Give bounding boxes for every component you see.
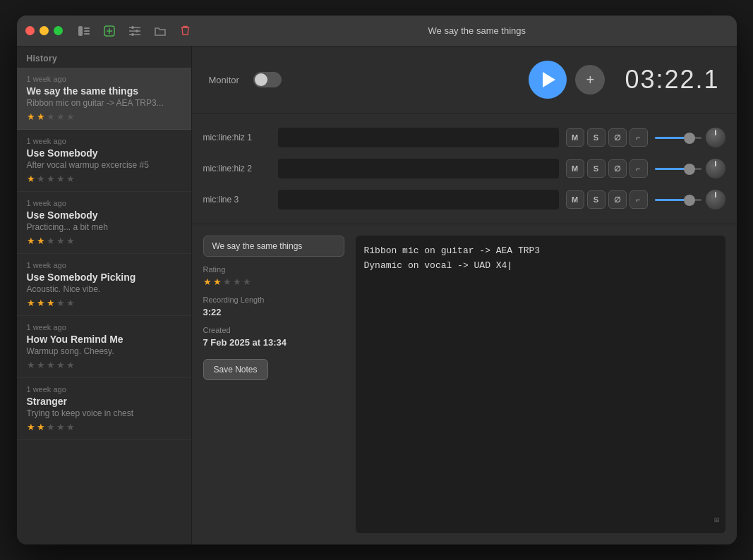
toggle-knob	[255, 73, 267, 86]
sidebar-item[interactable]: 1 week agoWe say the same thingsRibbon m…	[17, 68, 191, 130]
track-knob[interactable]	[706, 128, 725, 147]
track-btn-s[interactable]: S	[587, 159, 606, 178]
item-subtitle: Trying to keep voice in chest	[27, 408, 181, 418]
add-recording-button[interactable]: +	[575, 65, 605, 95]
star-icon[interactable]: ★	[37, 422, 45, 432]
track-slider-thumb[interactable]	[684, 133, 695, 144]
star-icon[interactable]: ★	[47, 236, 55, 246]
svg-rect-3	[84, 33, 90, 35]
star-icon[interactable]: ★	[37, 174, 45, 184]
star-icon[interactable]: ★	[27, 111, 35, 122]
item-stars[interactable]: ★★★★★	[27, 298, 181, 308]
track-btn-⌐[interactable]: ⌐	[629, 190, 648, 209]
delete-icon[interactable]	[176, 21, 195, 41]
add-track-icon[interactable]	[100, 21, 119, 41]
maximize-button[interactable]	[54, 26, 63, 35]
track-btn-s[interactable]: S	[587, 128, 606, 147]
star-icon[interactable]: ★	[66, 360, 75, 370]
track-btn-∅[interactable]: ∅	[608, 128, 627, 147]
star-icon[interactable]: ★	[56, 236, 65, 246]
sidebar-item[interactable]: 1 week agoHow You Remind MeWarmup song. …	[17, 316, 191, 378]
star-icon[interactable]: ★	[27, 298, 35, 308]
rating-stars[interactable]: ★★★★★	[203, 276, 344, 287]
star-icon[interactable]: ★	[56, 174, 65, 184]
item-stars[interactable]: ★★★★★	[27, 422, 181, 432]
notes-text-area[interactable]: Ribbon mic on guitar -> AEA TRP3 Dynamic…	[356, 236, 725, 533]
star-icon[interactable]: ★	[56, 360, 65, 370]
star-icon[interactable]: ★	[66, 236, 75, 246]
item-stars[interactable]: ★★★★★	[27, 360, 181, 370]
traffic-lights	[25, 26, 63, 35]
sidebar-item[interactable]: 1 week agoStrangerTrying to keep voice i…	[17, 378, 191, 440]
history-label: History	[17, 47, 191, 68]
star-icon[interactable]: ★	[37, 298, 45, 308]
folder-icon[interactable]	[150, 21, 170, 41]
star-icon[interactable]: ★	[56, 111, 65, 122]
track-btn-⌐[interactable]: ⌐	[629, 159, 648, 178]
notes-title-button[interactable]: We say the same things	[203, 236, 344, 257]
track-slider[interactable]	[655, 199, 701, 201]
star-icon[interactable]: ★	[47, 422, 55, 432]
star-icon[interactable]: ★	[27, 422, 35, 432]
save-notes-button[interactable]: Save Notes	[203, 359, 268, 380]
track-btn-m[interactable]: M	[566, 128, 584, 147]
notes-star-icon[interactable]: ★	[243, 276, 251, 287]
resize-icon: ⊞	[714, 514, 719, 528]
sidebar-item[interactable]: 1 week agoUse SomebodyPracticing... a bi…	[17, 192, 191, 254]
star-icon[interactable]: ★	[47, 174, 55, 184]
minimize-button[interactable]	[40, 26, 49, 35]
sidebar-item[interactable]: 1 week agoUse SomebodyAfter vocal warmup…	[17, 130, 191, 192]
notes-star-icon[interactable]: ★	[203, 276, 212, 287]
item-stars[interactable]: ★★★★★	[27, 174, 181, 184]
notes-star-icon[interactable]: ★	[233, 276, 241, 287]
settings-icon[interactable]	[125, 21, 145, 41]
track-slider-thumb[interactable]	[684, 164, 695, 175]
notes-line-2: Dynamic on vocal -> UAD X4	[364, 259, 717, 274]
track-slider[interactable]	[655, 168, 701, 170]
star-icon[interactable]: ★	[47, 298, 55, 308]
item-stars[interactable]: ★★★★★	[27, 111, 181, 122]
notes-section: We say the same things Rating ★★★★★ Reco…	[192, 224, 737, 544]
star-icon[interactable]: ★	[47, 111, 55, 122]
item-stars[interactable]: ★★★★★	[27, 236, 181, 246]
track-btn-m[interactable]: M	[566, 190, 584, 209]
track-btn-s[interactable]: S	[587, 190, 606, 209]
star-icon[interactable]: ★	[27, 360, 35, 370]
monitor-label: Monitor	[209, 75, 239, 85]
item-age: 1 week ago	[27, 199, 181, 207]
track-slider[interactable]	[655, 137, 701, 139]
star-icon[interactable]: ★	[66, 422, 75, 432]
track-btn-m[interactable]: M	[566, 159, 584, 178]
track-slider-thumb[interactable]	[684, 195, 695, 206]
star-icon[interactable]: ★	[27, 174, 35, 184]
notes-star-icon[interactable]: ★	[223, 276, 231, 287]
track-knob[interactable]	[706, 190, 725, 209]
star-icon[interactable]: ★	[56, 422, 65, 432]
star-icon[interactable]: ★	[66, 298, 75, 308]
track-controls: MS∅⌐	[566, 190, 648, 209]
track-btn-∅[interactable]: ∅	[608, 159, 627, 178]
track-btn-⌐[interactable]: ⌐	[629, 128, 648, 147]
track-knob[interactable]	[706, 159, 725, 178]
sidebar-toggle-icon[interactable]	[74, 21, 94, 41]
star-icon[interactable]: ★	[37, 236, 45, 246]
track-slider-container	[655, 159, 725, 178]
sidebar-item[interactable]: 1 week agoUse Somebody PickingAcoustic. …	[17, 254, 191, 316]
close-button[interactable]	[25, 26, 35, 35]
notes-star-icon[interactable]: ★	[213, 276, 222, 287]
svg-point-12	[131, 33, 134, 36]
star-icon[interactable]: ★	[37, 111, 45, 122]
monitor-toggle[interactable]	[253, 72, 282, 87]
transport-controls: + 03:22.1	[529, 61, 719, 99]
star-icon[interactable]: ★	[47, 360, 55, 370]
transport-section: Monitor + 03:22.1	[192, 47, 737, 114]
star-icon[interactable]: ★	[66, 111, 75, 122]
star-icon[interactable]: ★	[56, 298, 65, 308]
play-button[interactable]	[529, 61, 567, 99]
svg-point-10	[131, 26, 134, 29]
track-btn-∅[interactable]: ∅	[608, 190, 627, 209]
star-icon[interactable]: ★	[27, 236, 35, 246]
star-icon[interactable]: ★	[37, 360, 45, 370]
created-group: Created 7 Feb 2025 at 13:34	[203, 326, 344, 348]
star-icon[interactable]: ★	[66, 174, 75, 184]
